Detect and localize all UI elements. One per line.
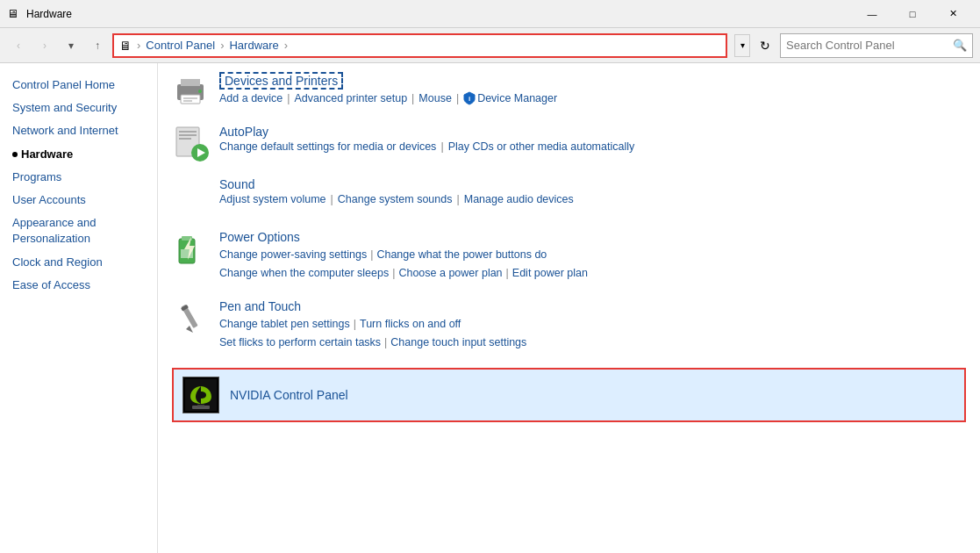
advanced-printer-setup-link[interactable]: Advanced printer setup — [295, 92, 408, 104]
back-button[interactable]: ‹ — [7, 34, 30, 57]
titlebar: 🖥 Hardware — □ ✕ — [0, 0, 980, 28]
address-hardware[interactable]: Hardware — [229, 39, 278, 52]
change-power-saving-link[interactable]: Change power-saving settings — [219, 246, 367, 264]
sidebar-item-clock-region[interactable]: Clock and Region — [12, 251, 157, 274]
pen-touch-content: Pen and Touch Change tablet pen settings… — [219, 299, 966, 353]
minimize-button[interactable]: — — [852, 0, 892, 28]
address-folder-icon: 🖥 — [119, 39, 132, 53]
sidebar-item-network-internet[interactable]: Network and Internet — [12, 119, 157, 142]
power-options-row1: Change power-saving settings | Change wh… — [219, 246, 966, 264]
sound-content: Sound Adjust system volume | Change syst… — [219, 177, 966, 205]
pen-touch-row2: Set flicks to perform certain tasks | Ch… — [219, 334, 966, 352]
forward-button[interactable]: › — [33, 34, 56, 57]
address-separator-3: › — [284, 39, 288, 52]
main-layout: Control Panel Home System and Security N… — [0, 63, 980, 553]
manage-audio-devices-link[interactable]: Manage audio devices — [464, 193, 574, 205]
svg-rect-10 — [179, 138, 191, 140]
power-options-content: Power Options Change power-saving settin… — [219, 230, 966, 284]
address-control-panel[interactable]: Control Panel — [146, 39, 215, 52]
nvidia-title[interactable]: NVIDIA Control Panel — [230, 388, 348, 402]
power-options-row2: Change when the computer sleeps | Choose… — [219, 264, 966, 283]
change-power-buttons-link[interactable]: Change what the power buttons do — [376, 246, 547, 264]
set-flicks-link[interactable]: Set flicks to perform certain tasks — [219, 334, 381, 352]
svg-rect-4 — [183, 100, 192, 102]
sidebar-item-ease-of-access[interactable]: Ease of Access — [12, 274, 157, 297]
pen-touch-links: Change tablet pen settings | Turn flicks… — [219, 315, 966, 353]
section-sound: Sound Adjust system volume | Change syst… — [172, 177, 966, 214]
adjust-system-volume-link[interactable]: Adjust system volume — [219, 193, 326, 205]
devices-printers-content: Devices and Printers Add a device | Adva… — [219, 72, 966, 105]
search-box: 🔍 — [780, 33, 973, 58]
address-separator-1: › — [137, 39, 140, 52]
change-computer-sleeps-link[interactable]: Change when the computer sleeps — [219, 264, 389, 283]
power-options-title[interactable]: Power Options — [219, 230, 300, 244]
window-title: Hardware — [26, 8, 852, 20]
svg-rect-3 — [183, 97, 197, 99]
change-default-settings-link[interactable]: Change default settings for media or dev… — [219, 140, 436, 153]
sound-icon — [172, 177, 209, 214]
add-device-link[interactable]: Add a device — [219, 92, 283, 104]
sidebar-item-control-panel-home[interactable]: Control Panel Home — [12, 74, 157, 97]
autoplay-title[interactable]: AutoPlay — [219, 125, 268, 139]
sound-links: Adjust system volume | Change system sou… — [219, 193, 966, 205]
change-tablet-pen-link[interactable]: Change tablet pen settings — [219, 315, 350, 334]
address-separator-2: › — [220, 39, 224, 52]
sidebar-item-user-accounts[interactable]: User Accounts — [12, 189, 157, 212]
change-touch-input-link[interactable]: Change touch input settings — [390, 334, 526, 352]
power-options-icon — [172, 230, 209, 267]
address-chevron[interactable]: ▾ — [734, 34, 750, 57]
svg-text:i: i — [469, 95, 470, 103]
shield-icon: i — [463, 91, 476, 105]
active-dot-indicator — [12, 152, 18, 157]
devices-printers-links: Add a device | Advanced printer setup | … — [219, 91, 966, 105]
nvidia-icon — [182, 377, 219, 413]
section-pen-touch: Pen and Touch Change tablet pen settings… — [172, 299, 966, 353]
sidebar-item-appearance[interactable]: Appearance andPersonalization — [12, 212, 157, 250]
autoplay-links: Change default settings for media or dev… — [219, 140, 966, 153]
turn-flicks-link[interactable]: Turn flicks on and off — [360, 315, 461, 334]
section-devices-printers: Devices and Printers Add a device | Adva… — [172, 72, 966, 109]
choose-power-plan-link[interactable]: Choose a power plan — [398, 264, 502, 283]
power-options-links: Change power-saving settings | Change wh… — [219, 246, 966, 284]
autoplay-content: AutoPlay Change default settings for med… — [219, 125, 966, 153]
address-box[interactable]: 🖥 › Control Panel › Hardware › — [112, 33, 727, 58]
device-manager-shield: i — [463, 91, 476, 105]
svg-rect-26 — [197, 405, 204, 406]
sidebar-item-programs[interactable]: Programs — [12, 166, 157, 189]
pen-touch-icon — [172, 299, 209, 336]
mouse-link[interactable]: Mouse — [418, 92, 452, 104]
svg-rect-9 — [179, 134, 197, 136]
pen-touch-row1: Change tablet pen settings | Turn flicks… — [219, 315, 966, 334]
addressbar: ‹ › ▾ ↑ 🖥 › Control Panel › Hardware › ▾… — [0, 28, 980, 63]
section-autoplay: AutoPlay Change default settings for med… — [172, 125, 966, 162]
svg-point-5 — [198, 90, 202, 93]
devices-printers-icon — [172, 72, 209, 109]
window-controls: — □ ✕ — [852, 0, 973, 28]
svg-rect-1 — [181, 79, 200, 86]
close-button[interactable]: ✕ — [933, 0, 973, 28]
search-icon[interactable]: 🔍 — [953, 39, 967, 52]
pen-touch-title[interactable]: Pen and Touch — [219, 299, 301, 313]
up-button[interactable]: ↑ — [86, 34, 109, 57]
play-cds-link[interactable]: Play CDs or other media automatically — [448, 140, 635, 153]
svg-rect-8 — [179, 131, 197, 133]
search-input[interactable] — [786, 39, 949, 52]
window-icon: 🖥 — [7, 7, 21, 21]
refresh-button[interactable]: ↻ — [754, 34, 776, 57]
devices-printers-title[interactable]: Devices and Printers — [219, 72, 343, 90]
sidebar-item-system-security[interactable]: System and Security — [12, 97, 157, 119]
section-power-options: Power Options Change power-saving settin… — [172, 230, 966, 284]
maximize-button[interactable]: □ — [892, 0, 933, 28]
autoplay-icon — [172, 125, 209, 162]
edit-power-plan-link[interactable]: Edit power plan — [512, 264, 588, 283]
content-area: Devices and Printers Add a device | Adva… — [158, 63, 980, 553]
sidebar: Control Panel Home System and Security N… — [0, 63, 158, 553]
device-manager-link[interactable]: Device Manager — [477, 92, 557, 104]
sound-title[interactable]: Sound — [219, 177, 254, 191]
svg-marker-22 — [186, 326, 193, 333]
nvidia-row[interactable]: NVIDIA Control Panel — [172, 368, 966, 422]
change-system-sounds-link[interactable]: Change system sounds — [338, 193, 453, 205]
dropdown-button[interactable]: ▾ — [60, 34, 82, 57]
sidebar-item-hardware[interactable]: Hardware — [12, 143, 157, 166]
